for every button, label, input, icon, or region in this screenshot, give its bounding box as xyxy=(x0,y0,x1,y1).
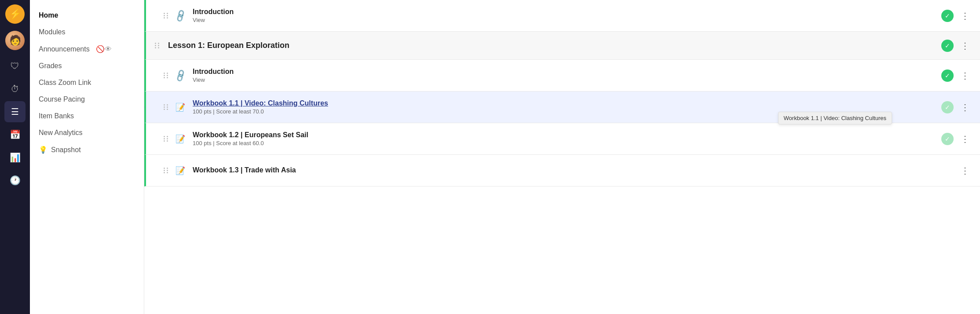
row-content: Lesson 1: European Exploration xyxy=(165,41,941,50)
item-subtitle: View xyxy=(193,77,941,83)
row-introduction-2: 🔗 Introduction View ✓ ⋮ xyxy=(144,60,980,91)
sidebar-item-banks[interactable]: Item Banks xyxy=(30,108,144,124)
calendar-icon-btn[interactable]: 📅 xyxy=(4,124,26,145)
row-lesson-1: Lesson 1: European Exploration ✓ ⋮ xyxy=(144,32,980,60)
more-menu-button[interactable]: ⋮ xyxy=(959,100,971,114)
sidebar-analytics-label: New Analytics xyxy=(39,129,83,137)
drag-handle[interactable] xyxy=(164,104,169,110)
row-actions: ✓ ⋮ xyxy=(941,132,971,146)
edit-icon: 📝 xyxy=(173,164,187,178)
row-content: Workbook 1.3 | Trade with Asia xyxy=(193,166,959,175)
sidebar-modules-label: Modules xyxy=(39,28,65,36)
more-menu-button[interactable]: ⋮ xyxy=(959,69,971,83)
shield-icon-btn[interactable]: 🛡 xyxy=(4,55,26,77)
more-menu-button[interactable]: ⋮ xyxy=(959,39,971,53)
sidebar-pacing-label: Course Pacing xyxy=(39,95,85,103)
drag-handle[interactable] xyxy=(164,73,169,78)
row-actions: ⋮ xyxy=(959,164,971,178)
row-workbook-1-1: 📝 Workbook 1.1 | Video: Clashing Culture… xyxy=(144,91,980,123)
row-introduction-1: 🔗 Introduction View ✓ ⋮ xyxy=(144,0,980,32)
avatar-button[interactable]: 🧑 xyxy=(5,31,25,50)
link-icon: 🔗 xyxy=(173,9,187,23)
arrow-pointer xyxy=(144,103,145,111)
list-icon-btn[interactable]: ☰ xyxy=(4,101,26,122)
item-title: Workbook 1.2 | Europeans Set Sail xyxy=(193,131,941,139)
icon-bar: ⚡ 🧑 🛡 ⏱ ☰ 📅 📊 🕐 xyxy=(0,0,30,314)
sidebar-item-announcements[interactable]: Announcements 🚫👁 xyxy=(30,40,144,58)
tooltip: Workbook 1.1 | Video: Clashing Cultures xyxy=(778,112,892,124)
analytics-icon-btn[interactable]: 📊 xyxy=(4,147,26,168)
row-actions: ✓ ⋮ xyxy=(941,100,971,114)
sidebar-banks-label: Item Banks xyxy=(39,112,74,120)
more-menu-button[interactable]: ⋮ xyxy=(959,132,971,146)
link-icon: 🔗 xyxy=(173,69,187,83)
check-icon-faded: ✓ xyxy=(941,101,954,113)
item-title: Workbook 1.3 | Trade with Asia xyxy=(193,166,959,174)
sidebar-item-grades[interactable]: Grades xyxy=(30,58,144,74)
module-list: 🔗 Introduction View ✓ ⋮ Lesson 1: Eu xyxy=(144,0,980,186)
sidebar-item-analytics[interactable]: New Analytics xyxy=(30,124,144,141)
sidebar-item-snapshot[interactable]: 💡 Snapshot xyxy=(30,141,144,158)
check-icon: ✓ xyxy=(941,10,954,22)
item-subtitle: 100 pts | Score at least 60.0 xyxy=(193,140,941,146)
row-workbook-1-3: 📝 Workbook 1.3 | Trade with Asia ⋮ xyxy=(144,155,980,186)
row-workbook-1-2: 📝 Workbook 1.2 | Europeans Set Sail 100 … xyxy=(144,123,980,155)
more-menu-button[interactable]: ⋮ xyxy=(959,9,971,23)
sidebar-item-home[interactable]: Home xyxy=(30,7,144,24)
check-icon-faded: ✓ xyxy=(941,133,954,145)
app-logo[interactable]: ⚡ xyxy=(5,4,25,24)
eye-slash-icon: 🚫👁 xyxy=(96,45,112,53)
main-content: 🔗 Introduction View ✓ ⋮ Lesson 1: Eu xyxy=(144,0,980,314)
check-icon: ✓ xyxy=(941,40,954,52)
lesson-title: Lesson 1: European Exploration xyxy=(168,41,941,50)
drag-handle[interactable] xyxy=(164,13,169,18)
sidebar-item-zoom[interactable]: Class Zoom Link xyxy=(30,74,144,91)
drag-handle[interactable] xyxy=(164,168,169,173)
tooltip-text: Workbook 1.1 | Video: Clashing Cultures xyxy=(784,115,886,121)
more-menu-button[interactable]: ⋮ xyxy=(959,164,971,178)
edit-icon: 📝 xyxy=(173,100,187,114)
avatar: 🧑 xyxy=(5,31,25,50)
sidebar-zoom-label: Class Zoom Link xyxy=(39,79,91,87)
row-content: Introduction View xyxy=(193,68,941,83)
edit-icon: 📝 xyxy=(173,132,187,146)
sidebar-announcements-label: Announcements xyxy=(39,45,90,53)
clock-icon-btn[interactable]: ⏱ xyxy=(4,78,26,99)
drag-handle[interactable] xyxy=(164,136,169,142)
row-actions: ✓ ⋮ xyxy=(941,9,971,23)
sidebar-grades-label: Grades xyxy=(39,62,62,70)
item-title[interactable]: Workbook 1.1 | Video: Clashing Cultures xyxy=(193,99,941,107)
sidebar-snapshot-label: Snapshot xyxy=(51,146,81,154)
sidebar-home-label: Home xyxy=(39,11,58,19)
bulb-icon: 💡 xyxy=(39,146,48,154)
row-actions: ✓ ⋮ xyxy=(941,69,971,83)
sidebar: Home Modules Announcements 🚫👁 Grades Cla… xyxy=(30,0,144,314)
row-actions: ✓ ⋮ xyxy=(941,39,971,53)
row-content: Workbook 1.2 | Europeans Set Sail 100 pt… xyxy=(193,131,941,146)
drag-handle[interactable] xyxy=(155,43,160,48)
sidebar-item-pacing[interactable]: Course Pacing xyxy=(30,91,144,108)
item-subtitle: View xyxy=(193,17,941,23)
sidebar-item-modules[interactable]: Modules xyxy=(30,24,144,40)
item-title: Introduction xyxy=(193,8,941,16)
row-content: Introduction View xyxy=(193,8,941,23)
item-title: Introduction xyxy=(193,68,941,76)
check-icon: ✓ xyxy=(941,69,954,82)
time-icon-btn[interactable]: 🕐 xyxy=(4,170,26,191)
